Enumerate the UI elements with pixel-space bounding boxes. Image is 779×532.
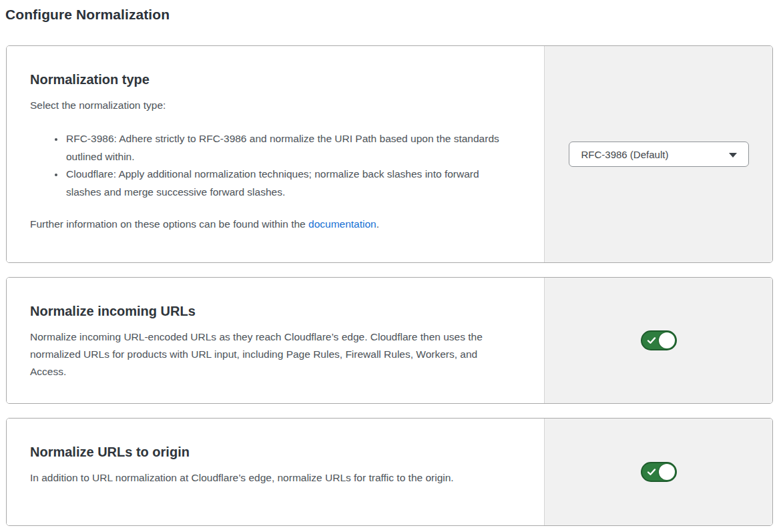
page-title: Configure Normalization [5, 0, 773, 23]
normalization-type-card-content: Normalization type Select the normalizat… [7, 46, 544, 262]
normalize-incoming-urls-side-panel [544, 278, 772, 403]
normalize-urls-to-origin-card: Normalize URLs to origin In addition to … [6, 418, 773, 526]
check-icon [647, 336, 656, 345]
check-icon [647, 467, 656, 477]
documentation-link[interactable]: documentation [308, 218, 376, 230]
normalization-type-card: Normalization type Select the normalizat… [6, 45, 773, 263]
normalize-incoming-urls-card: Normalize incoming URLs Normalize incomi… [6, 277, 773, 404]
normalize-urls-to-origin-description: In addition to URL normalization at Clou… [30, 469, 512, 487]
footer-period: . [376, 218, 379, 230]
toggle-knob [659, 464, 675, 480]
toggle-knob [659, 332, 675, 348]
normalization-type-description: Select the normalization type: [30, 97, 512, 114]
normalize-urls-to-origin-toggle[interactable] [641, 462, 677, 482]
chevron-down-icon [729, 153, 737, 158]
normalization-type-title: Normalization type [30, 71, 512, 88]
normalize-urls-to-origin-side-panel [544, 419, 772, 525]
normalize-incoming-urls-title: Normalize incoming URLs [30, 303, 512, 320]
normalize-incoming-urls-content: Normalize incoming URLs Normalize incomi… [7, 278, 544, 403]
footer-text: Further information on these options can… [30, 218, 308, 230]
configure-normalization-page: Configure Normalization Normalization ty… [0, 0, 779, 526]
normalization-type-side-panel: RFC-3986 (Default) [544, 46, 772, 262]
normalization-type-footer: Further information on these options can… [30, 216, 512, 233]
normalize-incoming-urls-description: Normalize incoming URL-encoded URLs as t… [30, 328, 512, 380]
normalization-options-list: RFC-3986: Adhere strictly to RFC-3986 an… [30, 130, 512, 201]
normalization-type-select[interactable]: RFC-3986 (Default) [569, 142, 749, 167]
list-item-cloudflare: Cloudflare: Apply additional normalizati… [65, 166, 512, 201]
list-item-rfc3986: RFC-3986: Adhere strictly to RFC-3986 an… [65, 130, 512, 166]
normalize-urls-to-origin-title: Normalize URLs to origin [30, 444, 512, 461]
normalize-urls-to-origin-content: Normalize URLs to origin In addition to … [7, 419, 544, 525]
select-value: RFC-3986 (Default) [581, 149, 669, 160]
normalize-incoming-urls-toggle[interactable] [641, 330, 677, 350]
